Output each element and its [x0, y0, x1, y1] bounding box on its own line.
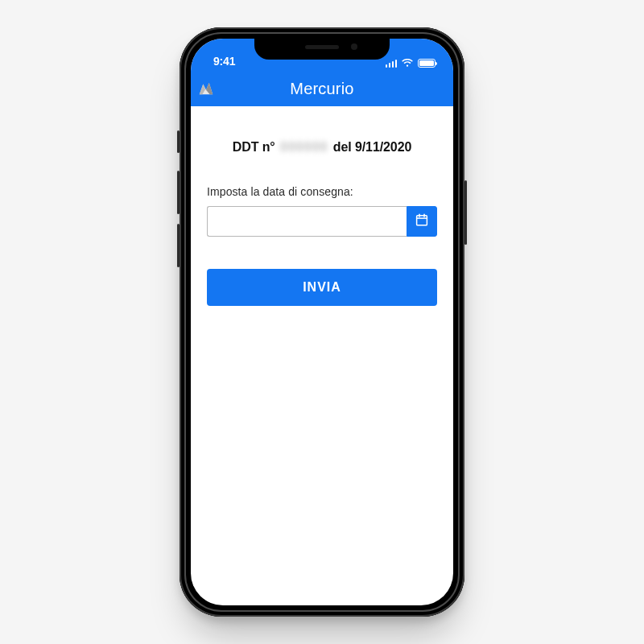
battery-icon [418, 59, 436, 68]
submit-button[interactable]: INVIA [207, 269, 437, 306]
volume-down-button [177, 224, 180, 267]
ddt-number-masked: 000000 [280, 140, 328, 155]
stage: 9:41 [0, 0, 644, 644]
phone-screen: 9:41 [191, 39, 453, 605]
status-icons [386, 59, 440, 69]
ddt-prefix: DDT n° [233, 140, 275, 154]
side-button [177, 130, 180, 153]
delivery-date-label: Imposta la data di consegna: [207, 185, 437, 198]
date-picker-button[interactable] [407, 206, 437, 237]
app-header: Mercurio [191, 71, 453, 106]
status-time: 9:41 [205, 55, 235, 69]
app-title: Mercurio [191, 80, 453, 98]
calendar-icon [415, 213, 429, 230]
content-area: DDT n° 000000 del 9/11/2020 Imposta la d… [191, 106, 453, 306]
ddt-heading: DDT n° 000000 del 9/11/2020 [207, 140, 437, 155]
delivery-date-input[interactable] [207, 206, 407, 237]
wifi-icon [401, 59, 414, 68]
delivery-date-row [207, 206, 437, 237]
phone-notch [254, 39, 390, 60]
power-button [464, 180, 467, 245]
phone-frame: 9:41 [180, 27, 464, 617]
app-logo-icon [197, 80, 215, 97]
cellular-signal-icon [386, 59, 398, 68]
volume-up-button [177, 171, 180, 214]
svg-rect-0 [417, 216, 427, 225]
ddt-suffix: del 9/11/2020 [333, 140, 411, 154]
